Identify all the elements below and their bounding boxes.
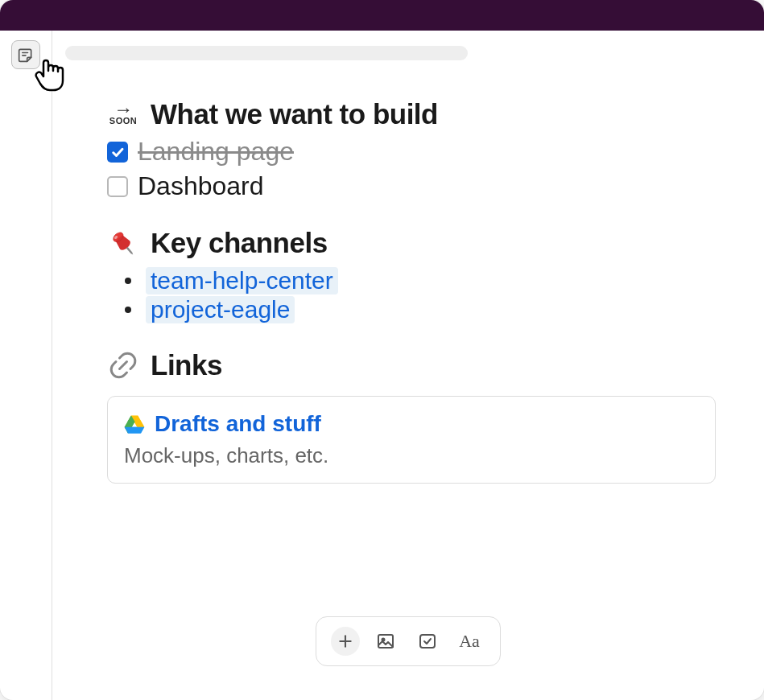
bullet-icon <box>125 307 131 313</box>
checklist-item-landing-page[interactable]: Landing page <box>107 137 716 167</box>
heading-channels-text: Key channels <box>151 227 328 259</box>
heading-links-text: Links <box>151 349 222 381</box>
window-titlebar <box>0 0 764 31</box>
main-content-area: → SOON What we want to build Landing pag… <box>52 31 764 700</box>
list-item: project-eagle <box>125 296 716 323</box>
checklist-icon <box>418 632 437 651</box>
heading-channels: Key channels <box>107 227 716 259</box>
link-card-subtitle: Mock-ups, charts, etc. <box>124 443 699 468</box>
new-note-button[interactable] <box>11 40 40 69</box>
canvas-title-input[interactable] <box>65 46 468 60</box>
heading-build: → SOON What we want to build <box>107 98 716 130</box>
google-drive-icon <box>124 414 145 434</box>
plus-icon <box>337 633 353 649</box>
checkbox-checked-icon[interactable] <box>107 142 128 163</box>
link-card-title-row: Drafts and stuff <box>124 411 699 437</box>
heading-build-text: What we want to build <box>151 98 438 130</box>
channel-link-project-eagle[interactable]: project-eagle <box>146 296 295 323</box>
sidebar <box>0 31 52 700</box>
checkbox-unchecked-icon[interactable] <box>107 176 128 197</box>
add-content-button[interactable] <box>331 627 360 656</box>
channel-link-team-help-center[interactable]: team-help-center <box>146 267 338 294</box>
checklist-label: Dashboard <box>138 171 264 201</box>
pushpin-icon <box>107 227 139 259</box>
bullet-icon <box>125 278 131 284</box>
text-formatting-button[interactable]: Aa <box>453 625 485 657</box>
link-card-title: Drafts and stuff <box>155 411 321 437</box>
link-icon <box>107 349 139 381</box>
image-icon <box>376 632 395 651</box>
heading-links: Links <box>107 349 716 381</box>
checklist-label: Landing page <box>138 137 294 167</box>
soon-icon: → SOON <box>107 98 139 130</box>
checklist-item-dashboard[interactable]: Dashboard <box>107 171 716 201</box>
svg-rect-19 <box>420 635 435 648</box>
formatting-toolbar: Aa <box>316 616 501 666</box>
link-card-drafts[interactable]: Drafts and stuff Mock-ups, charts, etc. <box>107 396 716 484</box>
canvas-header <box>52 31 764 76</box>
canvas-window: → SOON What we want to build Landing pag… <box>0 0 764 700</box>
insert-checklist-button[interactable] <box>411 625 444 657</box>
window-body: → SOON What we want to build Landing pag… <box>0 31 764 700</box>
insert-image-button[interactable] <box>370 625 402 657</box>
list-item: team-help-center <box>125 267 716 294</box>
text-format-icon: Aa <box>459 631 480 652</box>
channel-list: team-help-center project-eagle <box>125 267 716 323</box>
canvas-content[interactable]: → SOON What we want to build Landing pag… <box>52 76 764 484</box>
note-icon <box>18 47 34 63</box>
